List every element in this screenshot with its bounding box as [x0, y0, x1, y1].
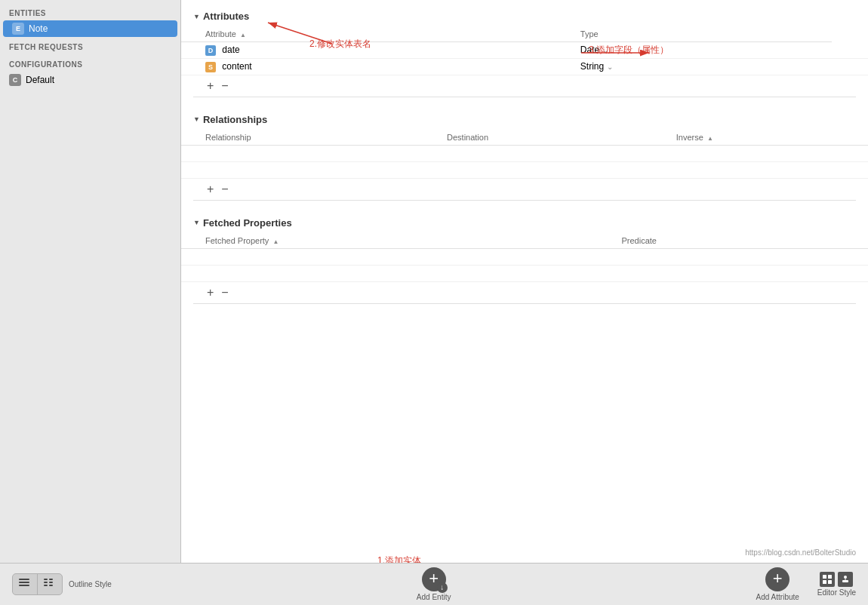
outline-style-group — [12, 573, 63, 595]
attributes-title: Attributes — [203, 11, 249, 22]
attributes-table: Attribute ▲ Type D date — [181, 26, 868, 75]
config-icon: C — [9, 74, 21, 86]
entity-icon: E — [12, 23, 24, 35]
remove-fp-btn[interactable]: − — [220, 287, 229, 299]
fp-col-header: Fetched Property ▲ — [181, 233, 598, 249]
add-entity-button[interactable]: + ↓ — [422, 567, 446, 591]
svg-rect-14 — [828, 575, 832, 579]
attr-type-content[interactable]: String ⌄ — [568, 58, 832, 75]
configurations-section-label: CONFIGURATIONS — [0, 54, 180, 72]
table-row — [181, 145, 868, 161]
fp-controls: + − — [181, 282, 868, 303]
add-attribute-circle: + — [765, 567, 790, 591]
svg-rect-13 — [823, 575, 826, 579]
inv-sort-arrow: ▲ — [707, 135, 713, 142]
fetched-properties-table: Fetched Property ▲ Predicate — [181, 233, 868, 282]
table-row — [181, 248, 868, 265]
attr-name-date: D date — [181, 42, 568, 59]
editor-style-icons — [820, 572, 853, 587]
attr-type-date[interactable]: Date ⌄ — [568, 42, 832, 59]
attributes-section-header[interactable]: ▼ Attributes — [181, 6, 868, 26]
add-entity-circle: + ↓ — [422, 567, 446, 591]
editor-style-wrapper: Editor Style — [817, 572, 856, 597]
sidebar-item-note[interactable]: E Note — [3, 20, 177, 37]
svg-rect-7 — [44, 579, 48, 580]
outline-list-btn[interactable] — [13, 574, 38, 594]
relationships-triangle: ▼ — [193, 115, 200, 123]
attr-col-header: Attribute ▲ — [181, 26, 568, 42]
add-relationship-btn[interactable]: + — [205, 183, 215, 195]
fp-triangle: ▼ — [193, 219, 200, 226]
svg-rect-5 — [19, 582, 29, 583]
bottom-toolbar: Outline Style + ↓ Add Entity + Add Attri… — [0, 563, 868, 605]
sidebar-item-default[interactable]: C Default — [0, 72, 180, 88]
remove-relationship-btn[interactable]: − — [220, 183, 229, 195]
sidebar-item-label-note: Note — [29, 23, 48, 34]
add-entity-wrapper: + ↓ Add Entity — [417, 567, 451, 601]
add-attribute-btn[interactable]: + — [205, 80, 215, 92]
attributes-controls: + − — [181, 75, 868, 97]
main-content: ▼ Attributes Attribute ▲ Type — [181, 0, 868, 563]
fetched-properties-section-header[interactable]: ▼ Fetched Properties — [181, 213, 868, 233]
add-attribute-wrapper: + Add Attribute — [756, 567, 799, 601]
type-col-header: Type — [568, 26, 832, 42]
svg-rect-10 — [49, 579, 53, 580]
add-entity-label: Add Entity — [417, 593, 451, 601]
outline-tree-btn[interactable] — [38, 574, 62, 594]
svg-point-17 — [844, 576, 847, 579]
sidebar: ENTITIES E Note FETCH REQUESTS CONFIGURA… — [0, 0, 181, 563]
type-chevron: ⌄ — [602, 46, 608, 54]
table-row: D date Date ⌄ — [181, 42, 868, 59]
svg-rect-8 — [44, 582, 48, 583]
table-row: S content String ⌄ — [181, 58, 868, 75]
string-icon: S — [205, 62, 216, 72]
add-entity-plus-small: ↓ — [437, 582, 448, 593]
fetch-requests-section-label: FETCH REQUESTS — [0, 37, 180, 54]
relationships-table: Relationship Destination Inverse ▲ — [181, 130, 868, 179]
fp-title: Fetched Properties — [203, 217, 292, 229]
add-attribute-button[interactable]: + — [765, 567, 790, 591]
svg-rect-6 — [19, 585, 29, 586]
outline-style-label: Outline Style — [69, 580, 112, 588]
table-row — [181, 161, 868, 178]
pred-col-header: Predicate — [598, 233, 869, 249]
svg-rect-18 — [842, 580, 848, 582]
attr-name-content: S content — [181, 58, 568, 75]
relationships-title: Relationships — [203, 114, 267, 125]
svg-rect-15 — [823, 580, 826, 584]
entities-section-label: ENTITIES — [0, 3, 180, 20]
fp-sort-arrow: ▲ — [272, 238, 279, 245]
svg-rect-4 — [19, 579, 29, 580]
toolbar-left: Outline Style — [12, 573, 112, 595]
svg-rect-12 — [49, 585, 53, 586]
add-fp-btn[interactable]: + — [205, 287, 215, 299]
dest-col-header: Destination — [423, 130, 652, 146]
relationships-section: ▼ Relationships Relationship Destination… — [181, 103, 868, 207]
svg-rect-16 — [828, 580, 832, 584]
editor-style-label: Editor Style — [817, 588, 856, 597]
toolbar-center: + ↓ Add Entity — [417, 567, 451, 601]
rel-col-header: Relationship — [181, 130, 423, 146]
attr-sort-arrow: ▲ — [240, 32, 246, 38]
editor-flow-icon — [838, 572, 853, 587]
sidebar-item-label-default: Default — [26, 75, 54, 85]
toolbar-right: + Add Attribute — [756, 567, 856, 601]
remove-attribute-btn[interactable]: − — [220, 80, 229, 92]
add-attribute-label: Add Attribute — [756, 593, 799, 601]
svg-rect-11 — [49, 582, 53, 583]
type-chevron-2: ⌄ — [607, 63, 613, 71]
attributes-section: ▼ Attributes Attribute ▲ Type — [181, 0, 868, 103]
svg-rect-9 — [44, 585, 48, 586]
fetched-properties-section: ▼ Fetched Properties Fetched Property ▲ … — [181, 207, 868, 310]
inv-col-header: Inverse ▲ — [652, 130, 868, 146]
relationships-section-header[interactable]: ▼ Relationships — [181, 109, 868, 130]
date-icon: D — [205, 45, 216, 56]
table-row — [181, 265, 868, 281]
relationships-controls: + − — [181, 179, 868, 200]
attributes-triangle: ▼ — [193, 13, 200, 20]
editor-grid-icon — [820, 572, 835, 587]
